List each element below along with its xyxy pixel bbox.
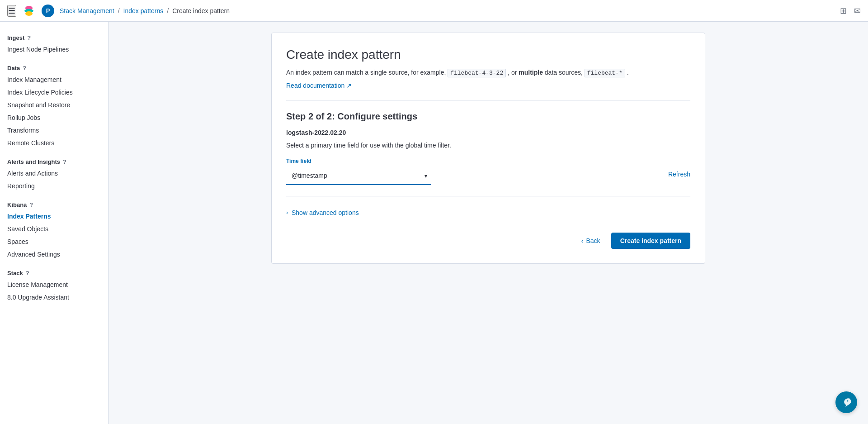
time-field-group: Time field @timestamp ▾: [286, 158, 661, 185]
user-avatar[interactable]: P: [42, 5, 54, 17]
help-bird-icon[interactable]: [835, 391, 857, 413]
page-title: Create index pattern: [286, 48, 690, 62]
time-field-select[interactable]: @timestamp: [286, 167, 431, 185]
sidebar-section-alerts: Alerts and Insights ?: [0, 153, 108, 167]
sidebar-section-data: Data ?: [0, 59, 108, 73]
back-chevron-icon: ‹: [581, 237, 584, 244]
code-example-2: filebeat-*: [585, 69, 625, 77]
content-card: Create index pattern An index pattern ca…: [271, 33, 705, 264]
breadcrumb-current: Create index pattern: [172, 7, 230, 14]
show-advanced-options-button[interactable]: › Show advanced options: [286, 207, 359, 218]
breadcrumb-stack-management[interactable]: Stack Management: [60, 7, 114, 14]
sidebar-item-transforms[interactable]: Transforms: [0, 124, 108, 137]
sidebar-item-saved-objects[interactable]: Saved Objects: [0, 223, 108, 235]
back-button[interactable]: ‹ Back: [576, 233, 606, 248]
sidebar-item-reporting[interactable]: Reporting: [0, 180, 108, 192]
sidebar-item-remote-clusters[interactable]: Remote Clusters: [0, 137, 108, 149]
breadcrumb-separator-2: /: [167, 7, 169, 14]
sidebar-item-advanced-settings[interactable]: Advanced Settings: [0, 248, 108, 261]
create-index-pattern-button[interactable]: Create index pattern: [611, 233, 690, 249]
svg-point-3: [25, 11, 33, 16]
data-help-icon[interactable]: ?: [23, 65, 26, 71]
sidebar-section-ingest: Ingest ?: [0, 29, 108, 43]
sidebar-item-alerts-and-actions[interactable]: Alerts and Actions: [0, 167, 108, 180]
hamburger-menu-button[interactable]: ☰: [7, 5, 16, 17]
sidebar-item-upgrade-assistant[interactable]: 8.0 Upgrade Assistant: [0, 291, 108, 304]
divider-2: [286, 196, 690, 196]
breadcrumb: Stack Management / Index patterns / Crea…: [60, 7, 835, 14]
divider-1: [286, 100, 690, 100]
sidebar-item-spaces[interactable]: Spaces: [0, 235, 108, 248]
sidebar-item-rollup-jobs[interactable]: Rollup Jobs: [0, 111, 108, 124]
app-layout: Ingest ? Ingest Node Pipelines Data ? In…: [0, 22, 868, 424]
code-example-1: filebeat-4-3-22: [448, 69, 506, 77]
actions-row: ‹ Back Create index pattern: [286, 233, 690, 249]
description-text: An index pattern can match a single sour…: [286, 67, 690, 78]
kibana-help-icon[interactable]: ?: [29, 201, 33, 208]
sidebar-item-snapshot-and-restore[interactable]: Snapshot and Restore: [0, 99, 108, 111]
time-field-description: Select a primary time field for use with…: [286, 142, 690, 149]
ingest-help-icon[interactable]: ?: [27, 34, 31, 41]
index-name-label: logstash-2022.02.20: [286, 129, 690, 136]
main-content: Create index pattern An index pattern ca…: [108, 22, 868, 424]
sidebar-section-kibana: Kibana ?: [0, 196, 108, 210]
read-docs-link[interactable]: Read documentation ↗: [286, 82, 352, 89]
multiple-bold: multiple: [519, 69, 543, 76]
grid-icon[interactable]: ⊞: [840, 6, 847, 16]
sidebar: Ingest ? Ingest Node Pipelines Data ? In…: [0, 22, 108, 424]
sidebar-item-ingest-node-pipelines[interactable]: Ingest Node Pipelines: [0, 43, 108, 56]
sidebar-item-index-patterns[interactable]: Index Patterns: [0, 210, 108, 223]
chevron-right-icon: ›: [286, 210, 288, 216]
mail-icon[interactable]: ✉: [854, 6, 861, 16]
alerts-help-icon[interactable]: ?: [63, 158, 66, 165]
time-field-row: Time field @timestamp ▾ Refresh: [286, 158, 690, 185]
elastic-logo: [22, 4, 36, 18]
top-navigation: ☰ P Stack Management / Index patterns / …: [0, 0, 868, 22]
breadcrumb-index-patterns[interactable]: Index patterns: [123, 7, 164, 14]
sidebar-item-index-lifecycle-policies[interactable]: Index Lifecycle Policies: [0, 86, 108, 99]
sidebar-item-index-management[interactable]: Index Management: [0, 73, 108, 86]
svg-point-4: [847, 400, 849, 402]
breadcrumb-separator-1: /: [118, 7, 120, 14]
step-title: Step 2 of 2: Configure settings: [286, 111, 690, 122]
refresh-button[interactable]: Refresh: [668, 169, 690, 180]
time-field-select-wrapper: @timestamp ▾: [286, 167, 431, 185]
sidebar-section-stack: Stack ?: [0, 264, 108, 278]
stack-help-icon[interactable]: ?: [26, 270, 29, 276]
external-link-icon: ↗: [346, 82, 352, 89]
sidebar-item-license-management[interactable]: License Management: [0, 278, 108, 291]
topnav-right-icons: ⊞ ✉: [840, 6, 861, 16]
time-field-label: Time field: [286, 158, 661, 164]
